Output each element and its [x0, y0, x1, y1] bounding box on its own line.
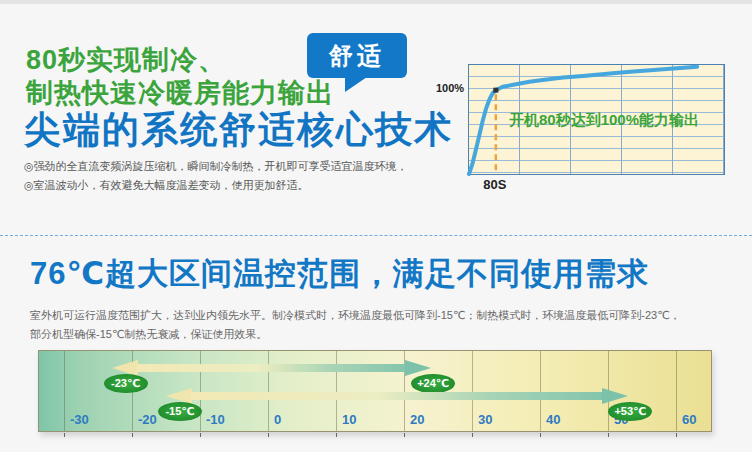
comfort-badge-label: 舒适 [329, 40, 385, 72]
hero-blue-headline: 尖端的系统舒适核心技术 [24, 105, 453, 155]
tick-mark--20 [132, 433, 133, 437]
tick-mark-10 [336, 433, 337, 437]
capacity-curve-svg [469, 65, 724, 174]
section-divider [0, 235, 752, 236]
arrow-shaft-range-2 [191, 392, 603, 400]
capacity-curve-marker [493, 88, 498, 93]
tick-label--20: -20 [138, 412, 157, 427]
tick-label--10: -10 [206, 412, 225, 427]
hero-bullet-1: ◎强劲的全直流变频涡旋压缩机，瞬间制冷制热，开机即可享受适宜温度环境， [24, 157, 408, 176]
tick-label-0: 0 [274, 412, 281, 427]
tick-mark--30 [64, 433, 65, 437]
comfort-badge: 舒适 [307, 33, 407, 78]
tick-label-60: 60 [682, 412, 696, 427]
capacity-curve-line [469, 67, 697, 174]
comfort-badge-tail [345, 77, 367, 92]
section2-body-line2: 部分机型确保-15℃制热无衰减，保证使用效果。 [30, 325, 681, 344]
temp-label-+53℃: +53℃ [608, 402, 652, 421]
tick-label-10: 10 [342, 412, 356, 427]
temp-label--15℃: -15℃ [158, 402, 202, 421]
tick-label-30: 30 [478, 412, 492, 427]
grid-line-60 [676, 351, 677, 431]
tick-label-20: 20 [410, 412, 424, 427]
tick-mark--10 [200, 433, 201, 437]
hero-green-headline-line1: 80秒实现制冷、 [26, 42, 226, 78]
tick-mark-40 [540, 433, 541, 437]
tick-mark-20 [404, 433, 405, 437]
temperature-range-chart: -30-20-100102030405060-23℃+24℃-15℃+53℃ [38, 350, 712, 432]
section2-body-line1: 室外机可运行温度范围扩大，达到业内领先水平。制冷模式时，环境温度最低可降到-15… [30, 306, 681, 325]
capacity-chart-x-label: 80S [480, 177, 510, 192]
grid-line--30 [64, 351, 65, 431]
tick-mark-50 [608, 433, 609, 437]
tick-mark-0 [268, 433, 269, 437]
tick-mark-30 [472, 433, 473, 437]
tick-mark-60 [676, 433, 677, 437]
capacity-chart: 开机80秒达到100%能力输出 [468, 64, 725, 175]
section2-body: 室外机可运行温度范围扩大，达到业内领先水平。制冷模式时，环境温度最低可降到-15… [30, 306, 681, 344]
top-strip [0, 0, 752, 4]
promo-page: 80秒实现制冷、 制热快速冷暖房能力输出 舒适 尖端的系统舒适核心技术 ◎强劲的… [0, 0, 752, 452]
range-arrow-range-1 [112, 360, 432, 376]
capacity-chart-y-label: 100% [436, 82, 464, 94]
hero-bullet-2: ◎室温波动小，有效避免大幅度温差变动，使用更加舒适。 [24, 176, 408, 195]
range-arrow-range-2 [166, 388, 628, 404]
hero-bullets: ◎强劲的全直流变频涡旋压缩机，瞬间制冷制热，开机即可享受适宜温度环境， ◎室温波… [24, 157, 408, 195]
arrow-shaft-range-1 [137, 364, 407, 372]
temp-label--23℃: -23℃ [104, 374, 148, 393]
tick-label-40: 40 [546, 412, 560, 427]
section2-headline: 76℃超大区间温控范围，满足不同使用需求 [30, 253, 649, 295]
tick-label--30: -30 [70, 412, 89, 427]
